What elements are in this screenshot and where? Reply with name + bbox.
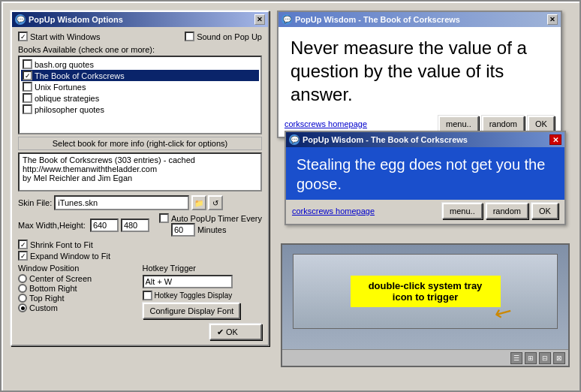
options-panel: 💬 PopUp Wisdom Options ✕ Start with Wind… (11, 11, 269, 346)
book-philosopher-checkbox[interactable] (23, 104, 32, 114)
radio-top-right[interactable]: Top Right (18, 294, 138, 303)
expand-window-checkbox[interactable] (18, 251, 28, 261)
hotkey-toggles-label[interactable]: Hotkey Toggles Display (143, 291, 248, 300)
radio-bottom-right[interactable]: Bottom Right (18, 284, 138, 293)
radio-center[interactable]: Center of Screen (18, 274, 138, 283)
popup-blue-close[interactable]: ✕ (549, 134, 561, 145)
sound-on-popup-label[interactable]: Sound on Pop Up (185, 32, 262, 41)
window-position-label: Window Position (18, 264, 138, 273)
book-oblique-checkbox[interactable] (23, 93, 32, 103)
radio-center-btn[interactable] (18, 274, 27, 283)
popup-blue-ok-button[interactable]: OK (531, 203, 558, 219)
tray-icon-3[interactable]: ⊟ (539, 352, 551, 364)
outer-border: 💬 PopUp Wisdom Options ✕ Start with Wind… (3, 3, 581, 392)
skin-refresh-button[interactable]: ↺ (208, 195, 223, 210)
select-hint: Select book for more info (right-click f… (18, 137, 262, 150)
start-with-windows-label[interactable]: Start with Windows (18, 32, 101, 41)
book-item-oblique[interactable]: oblique strategies (21, 92, 259, 104)
max-width-input[interactable] (90, 219, 119, 232)
popup-white-window: 💬 PopUp Wisdom - The Book of Corkscrews … (277, 11, 562, 138)
popup-blue-icon: 💬 (289, 134, 300, 145)
tutorial-inner: double-click system tray icon to trigger… (293, 254, 558, 329)
popup-white-icon: 💬 (281, 14, 292, 25)
books-label: Books Available (check one or more): (18, 45, 262, 54)
popup-white-close[interactable]: ✕ (547, 14, 558, 25)
popup-blue-menu-button[interactable]: menu.. (442, 203, 483, 219)
max-height-input[interactable] (121, 219, 149, 232)
popup-white-random-button[interactable]: random (482, 116, 525, 132)
tutorial-tray: ☰ ⊞ ⊟ ⊠ (282, 349, 568, 366)
popup-blue-random-button[interactable]: random (486, 203, 528, 219)
shrink-font-label[interactable]: Shrink Font to Fit (18, 240, 93, 249)
popup-blue-titlebar: 💬 PopUp Wisdom - The Book of Corkscrews … (286, 132, 564, 147)
auto-popup-minutes[interactable] (171, 223, 195, 237)
books-list[interactable]: bash.org quotes The Book of Corkscrews U… (18, 56, 262, 134)
book-item-unix[interactable]: Unix Fortunes (21, 81, 259, 92)
radio-custom[interactable]: Custom (18, 303, 138, 312)
hotkey-input[interactable] (143, 275, 233, 288)
hotkey-label: Hotkey Trigger (143, 264, 263, 273)
popup-blue-quote: Stealing the egg does not get you the go… (286, 147, 564, 200)
options-body: Start with Windows Sound on Pop Up Books… (12, 27, 268, 345)
options-close-button[interactable]: ✕ (254, 14, 265, 25)
skin-input[interactable] (54, 195, 189, 210)
popup-blue-link[interactable]: corkscrews homepage (292, 207, 439, 216)
popup-blue-title: PopUp Wisdom - The Book of Corkscrews (303, 135, 468, 144)
popup-white-title: PopUp Wisdom - The Book of Corkscrews (295, 15, 460, 24)
tray-icon-1[interactable]: ☰ (510, 352, 522, 364)
configure-font-button[interactable]: Configure Display Font (143, 303, 240, 319)
radio-custom-btn[interactable] (18, 303, 27, 312)
radio-bottom-right-btn[interactable] (18, 284, 27, 293)
popup-white-ok-button[interactable]: OK (528, 116, 555, 132)
expand-window-label[interactable]: Expand Window to Fit (18, 251, 110, 261)
skin-label: Skin File: (18, 198, 52, 207)
popup-white-link[interactable]: corkscrews homepage (284, 119, 435, 128)
ok-button[interactable]: ✔ OK (209, 324, 262, 340)
popup-white-menu-button[interactable]: menu.. (438, 116, 479, 132)
shrink-font-checkbox[interactable] (18, 240, 28, 249)
start-with-windows-checkbox[interactable] (18, 32, 28, 41)
info-text: The Book of Corkscrews (303 entries) - c… (23, 155, 257, 182)
book-bash-checkbox[interactable] (23, 59, 32, 69)
tray-icon-4[interactable]: ⊠ (553, 352, 565, 364)
book-item-corkscrews[interactable]: The Book of Corkscrews (21, 70, 259, 81)
book-item-bash[interactable]: bash.org quotes (21, 59, 259, 70)
hotkey-toggles-checkbox[interactable] (143, 291, 152, 300)
info-box: The Book of Corkscrews (303 entries) - c… (18, 152, 262, 191)
skin-buttons: 📁 ↺ (191, 195, 223, 210)
tray-icon-2[interactable]: ⊞ (525, 352, 537, 364)
sound-on-popup-checkbox[interactable] (185, 32, 194, 41)
max-label: Max Width,Height: (18, 221, 86, 230)
tutorial-box: double-click system tray icon to trigger… (281, 243, 570, 367)
radio-top-right-btn[interactable] (18, 294, 27, 303)
popup-white-quote: Never measure the value of a question by… (278, 27, 561, 113)
options-title-icon: 💬 (15, 14, 26, 25)
minutes-label: Minutes (197, 225, 227, 234)
auto-popup-label: Auto PopUp Timer Every (171, 214, 262, 223)
tutorial-label: double-click system tray icon to trigger (351, 276, 501, 307)
options-title-text: PopUp Wisdom Options (29, 15, 123, 24)
popup-blue-footer: corkscrews homepage menu.. random OK (286, 200, 564, 224)
auto-popup-checkbox[interactable] (159, 213, 169, 223)
options-titlebar: 💬 PopUp Wisdom Options ✕ (12, 12, 268, 27)
book-corkscrews-checkbox[interactable] (23, 71, 32, 80)
book-item-philosopher[interactable]: philosopher quotes (21, 104, 259, 115)
popup-blue-window: 💬 PopUp Wisdom - The Book of Corkscrews … (284, 131, 566, 225)
skin-folder-button[interactable]: 📁 (191, 195, 206, 210)
popup-white-titlebar: 💬 PopUp Wisdom - The Book of Corkscrews … (278, 12, 561, 27)
book-unix-checkbox[interactable] (23, 82, 32, 92)
